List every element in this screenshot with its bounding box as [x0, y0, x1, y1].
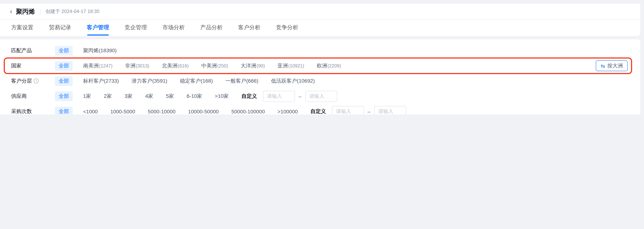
option-count: (616): [178, 63, 189, 68]
option-count: (90): [256, 63, 265, 68]
filter-row-采购次数: 采购次数全部<10001000-50005000-1000010000-5000…: [11, 104, 633, 114]
option-count: (10921): [288, 63, 304, 68]
filter-row-匹配产品: 匹配产品全部聚丙烯(18390): [11, 43, 633, 58]
filter-option[interactable]: 5家: [166, 93, 174, 99]
range-max-input[interactable]: [374, 106, 406, 114]
option-all-selected[interactable]: 全部: [55, 61, 73, 71]
option-count: (3013): [136, 63, 149, 68]
option-all-selected[interactable]: 全部: [55, 91, 73, 101]
filter-label-text: 匹配产品: [11, 47, 32, 54]
filter-label: 采购次数: [11, 108, 47, 114]
info-icon[interactable]: !: [34, 79, 38, 83]
range-dash: –: [299, 93, 302, 99]
app: ‹ 聚丙烯 创建于 2024-04-17 18:35 方案设置贸易记录客户管理竞…: [0, 0, 644, 114]
filter-row-国家: 国家全部南美洲(1247)非洲(3013)北美洲(616)中美洲(250)大洋洲…: [11, 58, 633, 73]
tab-bar: 方案设置贸易记录客户管理竞企管理市场分析产品分析客户分析竞争分析: [0, 20, 640, 36]
option-all-selected[interactable]: 全部: [55, 107, 73, 114]
group-by-continent-button[interactable]: ⇆按大洲: [596, 60, 628, 71]
range-dash: –: [368, 108, 370, 114]
tab-市场分析[interactable]: 市场分析: [162, 20, 185, 36]
swap-icon: ⇆: [601, 63, 605, 68]
filter-option[interactable]: >10家: [215, 93, 229, 99]
filter-row-供应商: 供应商全部1家2家3家4家5家6-10家>10家自定义–: [11, 89, 633, 104]
tab-方案设置[interactable]: 方案设置: [11, 20, 34, 36]
tab-竞争分析[interactable]: 竞争分析: [276, 20, 298, 36]
filter-label: 匹配产品: [11, 47, 47, 54]
filter-label: 客户分层!: [11, 78, 47, 84]
filter-option[interactable]: 低活跃客户(10692): [271, 78, 315, 84]
filter-option[interactable]: 标杆客户(2733): [83, 78, 119, 84]
filter-label-text: 供应商: [11, 93, 27, 99]
filter-option[interactable]: 5000-10000: [148, 108, 176, 114]
filter-option[interactable]: 4家: [145, 93, 154, 99]
filter-option[interactable]: 1000-5000: [110, 108, 135, 114]
option-all-selected[interactable]: 全部: [55, 76, 73, 86]
filter-label: 供应商: [11, 93, 47, 99]
filter-label-text: 采购次数: [11, 108, 32, 114]
filter-option[interactable]: <1000: [83, 108, 98, 114]
filter-option[interactable]: 10000-50000: [188, 108, 219, 114]
tab-竞企管理[interactable]: 竞企管理: [125, 20, 147, 36]
custom-range-option[interactable]: 自定义: [242, 93, 257, 99]
back-icon[interactable]: ‹: [10, 8, 12, 15]
filter-option[interactable]: 欧洲(2209): [317, 62, 341, 69]
tab-客户分析[interactable]: 客户分析: [238, 20, 260, 36]
filter-option[interactable]: 潜力客户(3591): [132, 78, 167, 84]
option-count: (1247): [99, 63, 112, 68]
tab-产品分析[interactable]: 产品分析: [200, 20, 222, 36]
filter-option[interactable]: 一般客户(666): [225, 78, 258, 84]
group-by-continent-label: 按大洲: [607, 62, 623, 69]
filter-label: 国家: [11, 62, 47, 69]
filter-option[interactable]: 3家: [124, 93, 132, 99]
filter-option[interactable]: >100000: [278, 108, 298, 114]
filter-label-text: 客户分层: [11, 78, 32, 84]
created-at-text: 创建于 2024-04-17 18:35: [46, 8, 100, 15]
filter-option[interactable]: 北美洲(616): [162, 62, 189, 69]
filter-option[interactable]: 2家: [104, 93, 112, 99]
filter-panel: 匹配产品全部聚丙烯(18390)国家全部南美洲(1247)非洲(3013)北美洲…: [0, 39, 640, 114]
option-all-selected[interactable]: 全部: [55, 46, 73, 55]
filter-option[interactable]: 中美洲(250): [201, 62, 228, 69]
option-count: (250): [217, 63, 228, 68]
filter-option[interactable]: 非洲(3013): [125, 62, 149, 69]
custom-range-option[interactable]: 自定义: [310, 108, 326, 114]
tab-客户管理[interactable]: 客户管理: [87, 20, 109, 36]
option-count: (2209): [328, 63, 341, 68]
filter-option[interactable]: 大洋洲(90): [240, 62, 265, 69]
filter-option[interactable]: 50000-100000: [231, 108, 265, 114]
filter-option[interactable]: 1家: [83, 93, 91, 99]
header-card: ‹ 聚丙烯 创建于 2024-04-17 18:35 方案设置贸易记录客户管理竞…: [0, 4, 640, 36]
tab-贸易记录[interactable]: 贸易记录: [49, 20, 71, 36]
filter-option[interactable]: 聚丙烯(18390): [83, 47, 117, 54]
filter-option[interactable]: 南美洲(1247): [83, 62, 112, 69]
filter-label-text: 国家: [11, 62, 22, 69]
filter-option[interactable]: 亚洲(10921): [278, 62, 304, 69]
filter-option[interactable]: 稳定客户(168): [180, 78, 213, 84]
filter-option[interactable]: 6-10家: [186, 93, 202, 99]
page-title: 聚丙烯: [16, 7, 35, 16]
filter-row-客户分层: 客户分层!全部标杆客户(2733)潜力客户(3591)稳定客户(168)一般客户…: [11, 73, 633, 89]
range-min-input[interactable]: [332, 106, 364, 114]
range-max-input[interactable]: [305, 91, 337, 102]
range-min-input[interactable]: [263, 91, 295, 102]
page-header: ‹ 聚丙烯 创建于 2024-04-17 18:35: [0, 4, 640, 20]
title-divider: [40, 8, 40, 14]
